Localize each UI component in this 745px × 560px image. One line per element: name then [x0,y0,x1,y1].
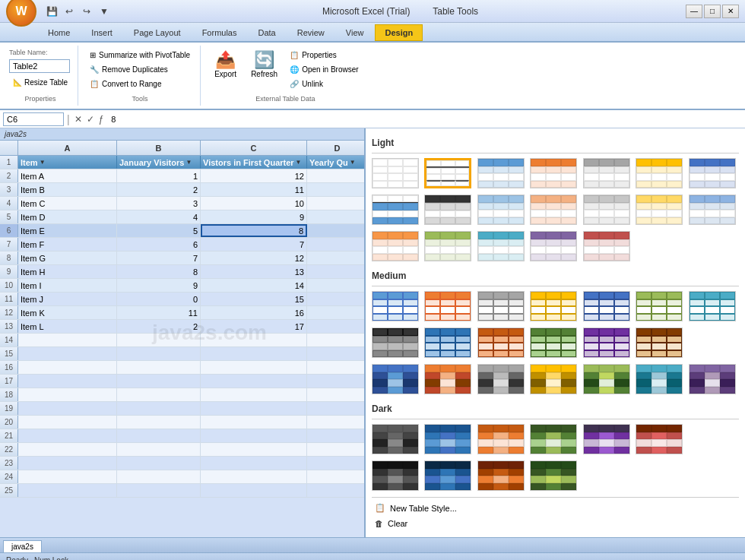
cell-d25[interactable] [307,484,365,497]
cell-d13[interactable] [307,320,365,333]
cell-d12[interactable] [307,306,365,319]
cell-c13[interactable]: 17 [201,320,307,333]
cell-c15[interactable] [201,347,307,360]
style-light-1[interactable] [424,158,471,188]
cell-b5[interactable]: 4 [117,210,201,223]
resize-table-button[interactable]: 📐 Resize Table [9,76,71,89]
cell-a23[interactable] [18,457,117,470]
tab-page-layout[interactable]: Page Layout [124,24,191,41]
formula-input[interactable] [108,113,742,125]
cell-b20[interactable] [117,416,201,429]
cell-b12[interactable]: 11 [117,306,201,319]
cell-d4[interactable] [307,197,365,210]
cell-a14[interactable] [18,334,117,346]
style-medium-6[interactable] [636,291,683,321]
style-dark-8[interactable] [424,460,471,491]
cell-b11[interactable]: 0 [117,293,201,305]
style-light-12[interactable] [583,231,630,261]
cell-d18[interactable] [307,388,365,401]
cell-reference-box[interactable] [3,112,64,126]
cell-c8[interactable]: 12 [201,252,307,264]
close-button[interactable]: ✕ [722,5,739,18]
cell-d23[interactable] [307,457,365,470]
style-medium-7[interactable] [689,291,736,321]
style-light-4[interactable] [530,195,577,225]
cell-d1[interactable]: Yearly Qu ▼ [307,156,365,169]
style-light-gray[interactable] [583,158,630,188]
cell-b6[interactable]: 5 [117,224,201,237]
cell-c14[interactable] [201,334,307,346]
cell-b15[interactable] [117,347,201,360]
style-light-yellow[interactable] [636,158,683,188]
style-medium-10[interactable] [477,327,525,358]
style-medium-5[interactable] [583,291,630,321]
quick-access-dropdown[interactable]: ▼ [97,4,112,19]
cell-c6[interactable]: 8 [201,224,307,237]
cell-d22[interactable] [307,443,365,456]
cell-a24[interactable] [18,470,117,483]
cell-c22[interactable] [201,443,307,456]
cell-c10[interactable]: 14 [201,279,307,292]
cell-a12[interactable]: Item K [18,306,117,319]
style-medium-12[interactable] [583,327,630,358]
style-dark-2[interactable] [424,424,471,454]
style-medium-18[interactable] [583,364,630,394]
cell-d3[interactable] [307,183,365,196]
sheet-tab-java2s[interactable]: java2s [3,540,42,552]
style-light-3[interactable] [477,195,525,225]
cell-c5[interactable]: 9 [201,210,307,223]
insert-function-icon[interactable]: ƒ [97,114,106,125]
cell-c11[interactable]: 15 [201,293,307,305]
tab-insert[interactable]: Insert [81,24,122,41]
cell-c9[interactable]: 13 [201,265,307,278]
open-browser-button[interactable]: 🌐 Open in Browser [286,63,362,76]
cell-b4[interactable]: 3 [117,197,201,210]
cell-b24[interactable] [117,470,201,483]
style-none[interactable] [372,158,419,188]
cell-a3[interactable]: Item B [18,183,117,196]
export-button[interactable]: 📤 Export [208,49,243,81]
confirm-formula-icon[interactable]: ✓ [85,114,96,125]
cell-c23[interactable] [201,457,307,470]
tab-review[interactable]: Review [287,24,334,41]
style-medium-11[interactable] [530,327,577,358]
style-light-9[interactable] [424,231,471,261]
style-medium-9[interactable] [424,327,471,358]
cell-a21[interactable] [18,429,117,442]
remove-duplicates-button[interactable]: 🔧 Remove Duplicates [86,63,194,76]
cell-b17[interactable] [117,375,201,388]
style-light-stripe1[interactable] [372,195,419,225]
cell-d20[interactable] [307,416,365,429]
cell-b13[interactable]: 2 [117,320,201,333]
filter-dropdown-d1[interactable]: ▼ [350,159,356,166]
convert-to-range-button[interactable]: 📋 Convert to Range [86,78,194,90]
style-light-7[interactable] [689,195,736,225]
cell-a5[interactable]: Item D [18,210,117,223]
style-light-blue2[interactable] [689,158,736,188]
cell-b16[interactable] [117,361,201,374]
cell-c25[interactable] [201,484,307,497]
style-light-6[interactable] [636,195,683,225]
cell-a18[interactable] [18,388,117,401]
style-medium-17[interactable] [530,364,577,394]
style-medium-19[interactable] [636,364,683,394]
cell-d11[interactable] [307,293,365,305]
cell-c1[interactable]: Vistors in First Quarter ▼ [201,156,307,169]
cell-a13[interactable]: Item L [18,320,117,333]
cell-b7[interactable]: 6 [117,238,201,251]
clear-style-button[interactable]: 🗑 Clear [372,517,739,530]
cell-d7[interactable] [307,238,365,251]
cell-d8[interactable] [307,252,365,264]
cell-c7[interactable]: 7 [201,238,307,251]
filter-dropdown-a1[interactable]: ▼ [40,159,46,166]
cancel-formula-icon[interactable]: ✕ [73,114,84,125]
cell-b21[interactable] [117,429,201,442]
cell-c2[interactable]: 12 [201,169,307,182]
cell-b3[interactable]: 2 [117,183,201,196]
cell-c18[interactable] [201,388,307,401]
undo-button[interactable]: ↩ [62,4,77,19]
cell-a15[interactable] [18,347,117,360]
style-medium-16[interactable] [477,364,525,394]
cell-b10[interactable]: 9 [117,279,201,292]
properties-button[interactable]: 📋 Properties [286,49,362,62]
